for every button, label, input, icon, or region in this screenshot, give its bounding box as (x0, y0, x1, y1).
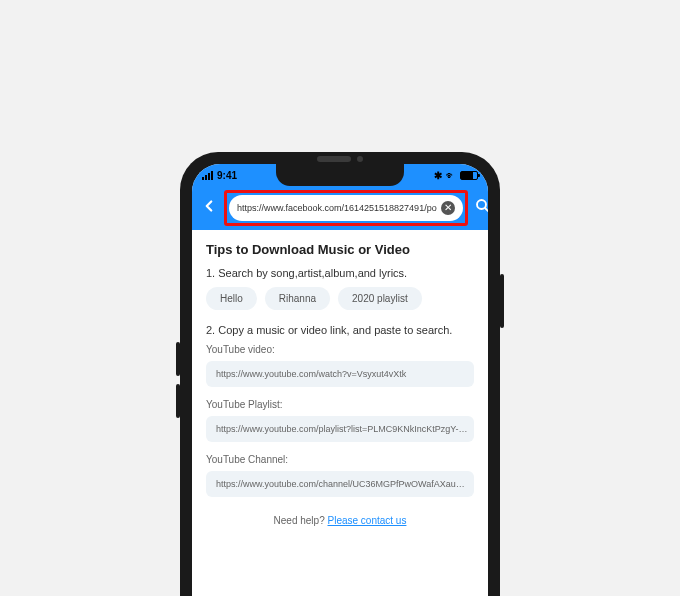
signal-icon (202, 171, 213, 180)
step-2-text: 2. Copy a music or video link, and paste… (206, 324, 474, 336)
toolbar: https://www.facebook.com/161425151882749… (192, 186, 488, 230)
step-1-text: 1. Search by song,artist,album,and lyric… (206, 267, 474, 279)
status-time: 9:41 (217, 170, 237, 181)
example-url[interactable]: https://www.youtube.com/playlist?list=PL… (206, 416, 474, 442)
example-url[interactable]: https://www.youtube.com/channel/UC36MGPf… (206, 471, 474, 497)
bluetooth-icon: ✱ (434, 170, 442, 181)
display-notch (276, 164, 404, 186)
svg-line-1 (485, 208, 488, 212)
screen: 9:41 ✱ ᯤ https://www.facebook.com/161425… (192, 164, 488, 596)
back-button[interactable] (200, 197, 218, 220)
chip[interactable]: Rihanna (265, 287, 330, 310)
page-title: Tips to Download Music or Video (206, 242, 474, 257)
chip[interactable]: Hello (206, 287, 257, 310)
example-label: YouTube Playlist: (206, 399, 474, 410)
search-button[interactable] (474, 197, 488, 219)
help-prefix: Need help? (274, 515, 328, 526)
contact-us-link[interactable]: Please contact us (328, 515, 407, 526)
clear-url-button[interactable]: ✕ (441, 201, 455, 215)
example-label: YouTube Channel: (206, 454, 474, 465)
url-highlight-box: https://www.facebook.com/161425151882749… (224, 190, 468, 226)
url-bar[interactable]: https://www.facebook.com/161425151882749… (229, 195, 463, 221)
content: Tips to Download Music or Video 1. Searc… (192, 230, 488, 538)
phone-power-button (500, 274, 504, 328)
phone-vol-down (176, 384, 180, 418)
battery-icon (460, 171, 478, 180)
suggestion-chips: Hello Rihanna 2020 playlist (206, 287, 474, 310)
help-text: Need help? Please contact us (206, 515, 474, 526)
phone-vol-up (176, 342, 180, 376)
wifi-icon: ᯤ (446, 170, 456, 181)
phone-earpiece (317, 156, 363, 162)
example-url[interactable]: https://www.youtube.com/watch?v=Vsyxut4v… (206, 361, 474, 387)
phone-frame: 9:41 ✱ ᯤ https://www.facebook.com/161425… (180, 152, 500, 596)
example-label: YouTube video: (206, 344, 474, 355)
chip[interactable]: 2020 playlist (338, 287, 422, 310)
url-text: https://www.facebook.com/161425151882749… (237, 203, 437, 213)
